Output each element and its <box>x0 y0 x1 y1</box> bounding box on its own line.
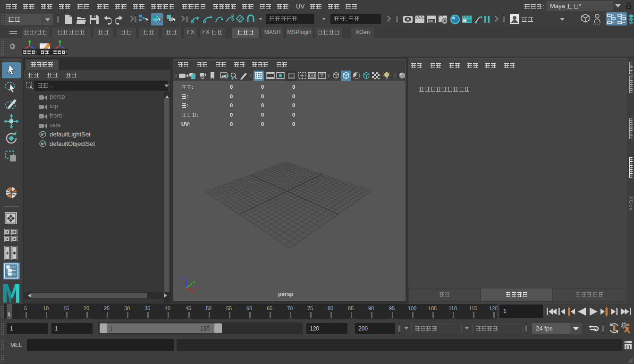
svg-text:IPR: IPR <box>428 20 433 23</box>
svg-text:{;}: {;} <box>626 345 630 349</box>
svg-text:x: x <box>194 287 196 291</box>
svg-text:z: z <box>184 276 186 280</box>
svg-text:y: y <box>193 279 195 284</box>
